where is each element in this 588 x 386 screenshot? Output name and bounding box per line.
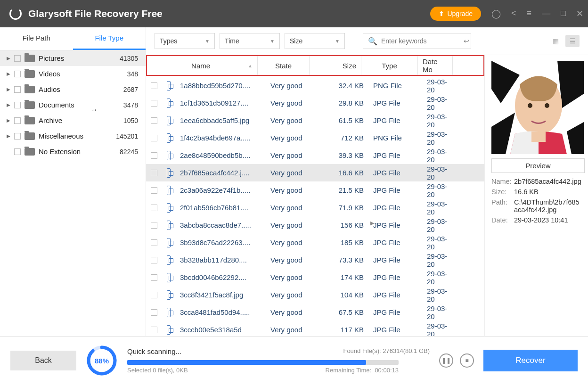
table-row[interactable]: 3b328abb117d280.... Very good 73.3 KB JP… — [146, 251, 484, 269]
pane-expand-icon[interactable]: ▶ — [370, 220, 374, 226]
folder-icon — [24, 55, 35, 62]
category-item-no-extension[interactable]: No Extension 82245 — [0, 144, 146, 159]
file-size: 16.6 KB — [318, 169, 368, 177]
category-checkbox[interactable] — [14, 102, 21, 108]
row-checkbox[interactable] — [151, 152, 157, 159]
menu-icon[interactable]: ≡ — [527, 8, 532, 19]
sort-asc-icon: ▲ — [248, 63, 253, 68]
file-name: 3cca8481fad50d94..... — [175, 308, 266, 316]
category-checkbox[interactable] — [14, 148, 21, 155]
found-value: 276314(80.1 GB) — [383, 347, 430, 354]
col-type[interactable]: Type — [361, 56, 418, 75]
table-row[interactable]: 1f4c2ba94bde697a..... Very good 712 KB P… — [146, 129, 484, 147]
table-row[interactable]: 3bcdd0046b62292.... Very good 174 KB JPG… — [146, 269, 484, 286]
filter-bar: Types▼ Time▼ Size▼ 🔍 ↩ ▦ ☰ — [146, 27, 588, 55]
category-checkbox[interactable] — [14, 133, 21, 140]
tab-file-path[interactable]: File Path — [0, 27, 73, 50]
chevron-down-icon: ▼ — [335, 39, 340, 44]
types-dropdown[interactable]: Types▼ — [155, 33, 215, 49]
table-row[interactable]: 1eea6cbbadc5aff5.jpg Very good 61.5 KB J… — [146, 112, 484, 129]
row-checkbox[interactable] — [151, 205, 157, 211]
grid-view-button[interactable]: ▦ — [548, 35, 563, 47]
row-checkbox[interactable] — [151, 117, 157, 124]
upgrade-button[interactable]: ⬆ Upgrade — [430, 7, 481, 21]
scan-status: Quick scanning... — [127, 347, 181, 355]
category-item-pictures[interactable]: ▶ Pictures 41305 — [0, 50, 146, 66]
expand-arrow-icon[interactable]: ▶ — [7, 118, 11, 123]
row-checkbox[interactable] — [151, 292, 157, 298]
file-state: Very good — [266, 221, 318, 229]
col-date[interactable]: Date Mo — [418, 56, 453, 75]
table-row[interactable]: 2b7f685aca4fc442.j.... Very good 16.6 KB… — [146, 164, 484, 181]
progress-percent: 88% — [86, 345, 118, 377]
file-size: 32.4 KB — [318, 82, 368, 90]
stop-button[interactable]: ■ — [460, 353, 474, 368]
expand-arrow-icon[interactable]: ▶ — [7, 87, 11, 92]
preview-button[interactable]: Preview — [491, 158, 585, 173]
table-row[interactable]: 2c3a06a922e74f1b..... Very good 21.5 KB … — [146, 181, 484, 199]
row-checkbox[interactable] — [151, 327, 157, 333]
row-checkbox[interactable] — [151, 187, 157, 194]
recover-button[interactable]: Recover — [483, 350, 578, 371]
pause-button[interactable]: ❚❚ — [439, 353, 453, 368]
search-box[interactable]: 🔍 ↩ — [363, 33, 471, 49]
table-row[interactable]: 3b93d8c76ad22263.... Very good 185 KB JP… — [146, 234, 484, 251]
table-row[interactable]: 1cf1d3651d509127.... Very good 29.8 KB J… — [146, 94, 484, 112]
size-dropdown[interactable]: Size▼ — [285, 33, 345, 49]
col-size[interactable]: Size — [310, 56, 361, 75]
file-type: JPG File — [368, 256, 422, 264]
row-checkbox[interactable] — [151, 222, 157, 229]
account-icon[interactable]: ◯ — [491, 8, 501, 19]
file-type: JPG File — [368, 238, 422, 246]
file-size: 67.5 KB — [318, 308, 368, 316]
table-header[interactable]: Name▲ State Size Type Date Mo — [146, 55, 484, 76]
file-state: Very good — [266, 82, 318, 90]
list-view-button[interactable]: ☰ — [565, 35, 580, 47]
col-name[interactable]: Name — [191, 62, 210, 70]
row-checkbox[interactable] — [151, 82, 157, 89]
table-row[interactable]: 2ae8c48590bedb5b.... Very good 39.3 KB J… — [146, 147, 484, 164]
category-item-archive[interactable]: ▶ Archive 1050 — [0, 113, 146, 128]
svg-point-2 — [528, 103, 532, 108]
category-item-videos[interactable]: ▶ Videos 348 — [0, 66, 146, 82]
maximize-icon[interactable]: □ — [561, 8, 566, 19]
expand-arrow-icon[interactable]: ▶ — [7, 133, 11, 139]
file-icon — [167, 308, 171, 317]
category-item-audios[interactable]: ▶ Audios 2687 — [0, 82, 146, 97]
row-checkbox[interactable] — [151, 170, 157, 176]
table-row[interactable]: 3abcba8ccaac8de7..... Very good 156 KB J… — [146, 216, 484, 234]
file-name: 3abcba8ccaac8de7..... — [175, 221, 266, 229]
search-input[interactable] — [381, 37, 464, 45]
category-checkbox[interactable] — [14, 55, 21, 62]
expand-arrow-icon[interactable]: ▶ — [7, 102, 11, 107]
expand-arrow-icon[interactable]: ▶ — [7, 71, 11, 76]
tab-file-type[interactable]: File Type — [73, 27, 146, 50]
back-button[interactable]: Back — [10, 351, 76, 370]
enter-icon[interactable]: ↩ — [464, 37, 469, 45]
close-icon[interactable]: ✕ — [576, 8, 583, 19]
file-size: 73.3 KB — [318, 256, 368, 264]
row-checkbox[interactable] — [151, 100, 157, 107]
category-item-miscellaneous[interactable]: ▶ Miscellaneous 145201 — [0, 128, 146, 144]
category-item-documents[interactable]: ▶ Documents 3478 — [0, 97, 146, 113]
file-name: 2b7f685aca4fc442.j.... — [175, 169, 266, 177]
minimize-icon[interactable]: — — [542, 8, 550, 19]
time-dropdown[interactable]: Time▼ — [220, 33, 280, 49]
row-checkbox[interactable] — [151, 257, 157, 263]
table-row[interactable]: 2f01ab596cb76b81.... Very good 71.9 KB J… — [146, 199, 484, 216]
expand-arrow-icon[interactable]: ▶ — [7, 56, 11, 61]
table-row[interactable]: 3cca8481fad50d94..... Very good 67.5 KB … — [146, 304, 484, 321]
row-checkbox[interactable] — [151, 135, 157, 141]
category-checkbox[interactable] — [14, 71, 21, 77]
file-date: 29-03-20 — [422, 148, 453, 164]
share-icon[interactable]: < — [511, 8, 516, 19]
table-row[interactable]: 3cc8f3421f5ac8f.jpg Very good 104 KB JPG… — [146, 286, 484, 304]
row-checkbox[interactable] — [151, 274, 157, 281]
col-state[interactable]: State — [258, 56, 310, 75]
row-checkbox[interactable] — [151, 239, 157, 246]
table-row[interactable]: 1a88bbcd59b5d270.... Very good 32.4 KB P… — [146, 77, 484, 94]
category-checkbox[interactable] — [14, 117, 21, 124]
row-checkbox[interactable] — [151, 309, 157, 316]
category-checkbox[interactable] — [14, 86, 21, 93]
table-row[interactable]: 3cccb00e5e318a5d Very good 117 KB JPG Fi… — [146, 321, 484, 336]
